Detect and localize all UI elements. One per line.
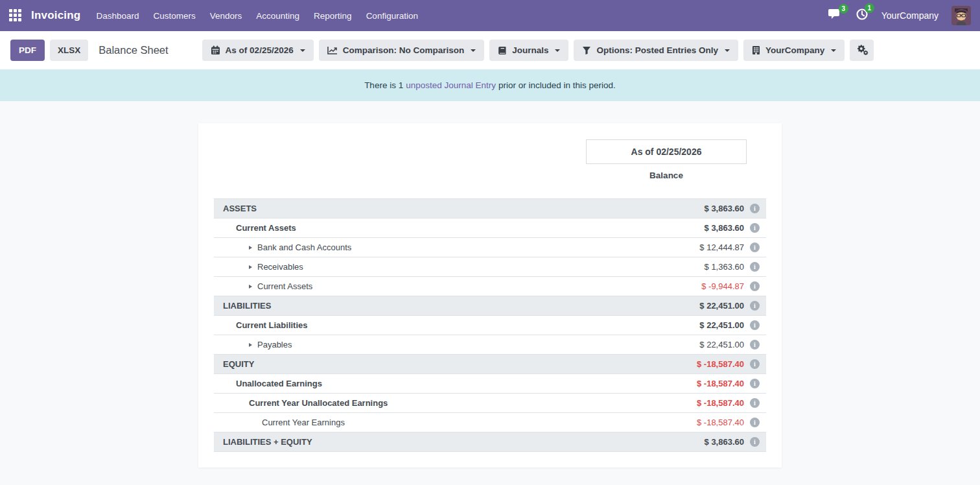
activities-badge: 1 [865, 3, 874, 13]
company-building-icon [752, 45, 760, 55]
nav-item-dashboard[interactable]: Dashboard [96, 11, 139, 21]
row-label: EQUITY [223, 359, 254, 369]
table-row: LIABILITIES + EQUITY$ 3,863.60i [214, 432, 766, 452]
chevron-down-icon [725, 49, 730, 52]
apps-grid-icon[interactable] [9, 9, 22, 22]
row-balance-value: $ 22,451.00 [699, 320, 744, 330]
row-label: Current Liabilities [236, 320, 308, 330]
unposted-entries-banner: There is 1 unposted Journal Entry prior … [0, 69, 980, 101]
row-balance-value: $ 3,863.60 [705, 223, 744, 233]
row-balance-value: $ -18,587.40 [697, 398, 744, 408]
filter-button-comparison-chart[interactable]: Comparison: No Comparison [319, 40, 485, 61]
unposted-journal-entry-link[interactable]: unposted Journal Entry [406, 80, 496, 90]
info-icon[interactable]: i [750, 320, 760, 330]
banner-text-after: prior or included in this period. [498, 80, 616, 90]
info-icon[interactable]: i [750, 359, 760, 369]
row-balance-value: $ 1,363.60 [705, 262, 744, 272]
filter-button-filter-funnel[interactable]: Options: Posted Entries Only [574, 40, 738, 61]
row-balance-value: $ 3,863.60 [705, 204, 744, 213]
comparison-chart-icon [327, 46, 338, 55]
table-row[interactable]: Bank and Cash Accounts$ 12,444.87i [214, 238, 766, 257]
gears-icon [856, 43, 869, 58]
journal-book-icon [498, 46, 507, 55]
filter-label: Comparison: No Comparison [343, 45, 465, 55]
row-balance-value: $ -18,587.40 [697, 359, 744, 369]
info-icon[interactable]: i [750, 301, 760, 311]
table-row: Current Year Earnings$ -18,587.40i [214, 413, 766, 432]
top-navbar: Invoicing DashboardCustomersVendorsAccou… [0, 0, 980, 31]
chevron-down-icon [831, 49, 836, 52]
calendar-icon [211, 45, 220, 55]
row-label: Current Assets [236, 223, 296, 233]
info-icon[interactable]: i [750, 398, 760, 408]
balance-sheet-card: As of 02/25/2026 Balance ASSETS$ 3,863.6… [198, 123, 782, 467]
messages-button[interactable]: 3 [828, 8, 843, 23]
info-icon[interactable]: i [750, 242, 760, 252]
chevron-down-icon [471, 49, 476, 52]
app-name[interactable]: Invoicing [31, 9, 80, 22]
pdf-button[interactable]: PDF [10, 40, 45, 61]
info-icon[interactable]: i [750, 340, 760, 349]
filter-label: Options: Posted Entries Only [596, 45, 718, 55]
table-row[interactable]: Receivables$ 1,363.60i [214, 257, 766, 277]
main-menu: DashboardCustomersVendorsAccountingRepor… [96, 11, 418, 21]
extra-options-button[interactable] [850, 40, 874, 61]
banner-text-before: There is 1 [364, 80, 403, 90]
filter-label: As of 02/25/2026 [226, 45, 294, 55]
fold-caret-icon[interactable] [249, 265, 252, 269]
nav-item-configuration[interactable]: Configuration [366, 11, 418, 21]
info-icon[interactable]: i [750, 204, 760, 213]
row-label: Receivables [257, 262, 303, 272]
table-row[interactable]: Payables$ 22,451.00i [214, 335, 766, 355]
info-icon[interactable]: i [750, 223, 760, 233]
info-icon[interactable]: i [750, 379, 760, 388]
chevron-down-icon [555, 49, 560, 52]
table-row[interactable]: Current Assets$ -9,944.87i [214, 277, 766, 296]
period-column-header: As of 02/25/2026 [586, 139, 747, 164]
table-row: ASSETS$ 3,863.60i [214, 199, 766, 219]
nav-item-accounting[interactable]: Accounting [256, 11, 299, 21]
row-balance-value: $ 3,863.60 [705, 437, 744, 447]
balance-column-header: Balance [586, 171, 747, 180]
row-label: Bank and Cash Accounts [257, 242, 351, 252]
row-label: Payables [257, 340, 292, 349]
filter-label: Journals [512, 45, 548, 55]
user-company-menu[interactable]: YourCompany [881, 10, 939, 21]
fold-caret-icon[interactable] [249, 246, 252, 250]
nav-item-vendors[interactable]: Vendors [210, 11, 242, 21]
balance-sheet-table: ASSETS$ 3,863.60iCurrent Assets$ 3,863.6… [214, 198, 766, 452]
filter-label: YourCompany [765, 45, 824, 55]
nav-item-customers[interactable]: Customers [153, 11, 195, 21]
report-header: As of 02/25/2026 Balance [214, 139, 766, 198]
row-balance-value: $ -9,944.87 [701, 281, 744, 291]
page-title: Balance Sheet [99, 44, 168, 56]
table-row: Unallocated Earnings$ -18,587.40i [214, 374, 766, 394]
fold-caret-icon[interactable] [249, 285, 252, 289]
info-icon[interactable]: i [750, 281, 760, 291]
filter-button-journal-book[interactable]: Journals [489, 40, 568, 61]
activities-button[interactable]: 1 [856, 8, 869, 23]
row-label: Unallocated Earnings [236, 379, 322, 388]
info-icon[interactable]: i [750, 418, 760, 427]
info-icon[interactable]: i [750, 262, 760, 272]
filter-funnel-icon [582, 46, 591, 55]
table-row: EQUITY$ -18,587.40i [214, 355, 766, 374]
table-row: Current Assets$ 3,863.60i [214, 219, 766, 238]
user-avatar[interactable] [951, 6, 971, 25]
fold-caret-icon[interactable] [249, 343, 252, 347]
nav-item-reporting[interactable]: Reporting [314, 11, 352, 21]
chevron-down-icon [300, 49, 305, 52]
info-icon[interactable]: i [750, 437, 760, 447]
row-label: Current Year Earnings [262, 418, 345, 427]
xlsx-button[interactable]: XLSX [50, 40, 88, 61]
filter-group: As of 02/25/2026Comparison: No Compariso… [202, 40, 845, 61]
report-area: As of 02/25/2026 Balance ASSETS$ 3,863.6… [0, 101, 980, 485]
control-panel: PDF XLSX Balance Sheet As of 02/25/2026C… [0, 31, 980, 69]
row-label: LIABILITIES + EQUITY [223, 437, 312, 447]
row-label: LIABILITIES [223, 301, 271, 311]
row-balance-value: $ 12,444.87 [699, 242, 744, 252]
row-label: Current Assets [257, 281, 312, 291]
row-balance-value: $ 22,451.00 [699, 301, 744, 311]
filter-button-company-building[interactable]: YourCompany [743, 40, 845, 61]
filter-button-calendar[interactable]: As of 02/25/2026 [202, 40, 314, 61]
